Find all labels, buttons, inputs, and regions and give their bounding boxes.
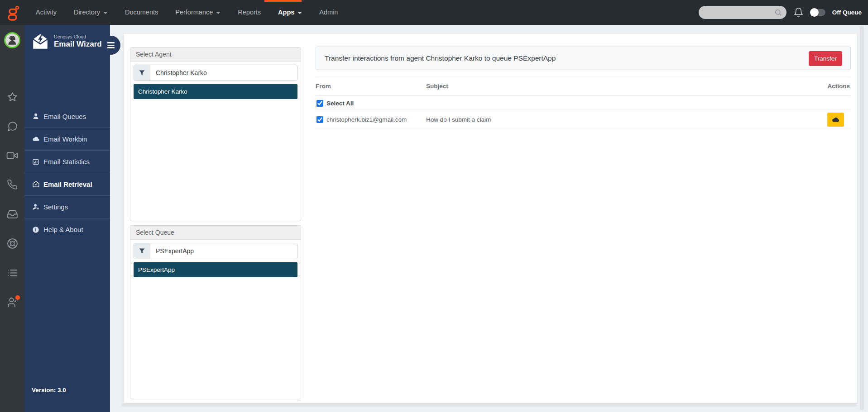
rail-video[interactable] <box>0 150 24 161</box>
row-checkbox[interactable] <box>317 116 323 123</box>
top-nav-menu: Activity Directory Documents Performance… <box>27 0 346 25</box>
notifications-bell-icon[interactable] <box>793 7 804 18</box>
rail-contacts[interactable] <box>0 297 24 310</box>
nav-performance-label: Performance <box>175 0 213 25</box>
sidebar-menu: Email Queues Email Workbin Email Statist… <box>24 105 110 241</box>
sidebar-item-email-retrieval[interactable]: Email Retrieval <box>24 173 110 195</box>
agent-filter-input[interactable] <box>150 65 297 81</box>
search-icon <box>774 9 782 16</box>
rail-inbox[interactable] <box>0 208 24 220</box>
queue-filter-input[interactable] <box>150 243 297 259</box>
active-tab-accent-bar <box>264 0 302 2</box>
nav-admin[interactable]: Admin <box>311 0 346 25</box>
table-header-row: From Subject Actions <box>316 77 851 95</box>
app-sidebar: Genesys Cloud Email Wizard Email Queues … <box>24 25 110 412</box>
vertical-scrollbar[interactable] <box>860 26 864 410</box>
topbar-right-cluster: Off Queue <box>699 0 862 25</box>
chevron-down-icon <box>103 12 108 14</box>
funnel-icon <box>134 65 150 81</box>
nav-activity-label: Activity <box>36 0 57 25</box>
agent-list-item-selected[interactable]: Christopher Karko <box>134 84 297 99</box>
inbox-icon <box>7 208 18 220</box>
select-all-checkbox[interactable] <box>317 100 323 107</box>
column-header-actions: Actions <box>796 83 851 90</box>
info-icon <box>32 226 40 233</box>
status-quote-badge: ” <box>14 32 17 38</box>
sidebar-item-label: Email Workbin <box>43 135 87 143</box>
sidebar-item-label: Email Queues <box>43 113 86 120</box>
nav-admin-label: Admin <box>319 0 338 25</box>
cloud-icon <box>831 115 840 124</box>
video-camera-icon <box>6 150 18 161</box>
rail-favorites[interactable] <box>0 91 24 103</box>
list-icon <box>7 267 18 279</box>
app-window: Activity Directory Documents Performance… <box>0 0 868 412</box>
nav-directory[interactable]: Directory <box>65 0 116 25</box>
rail-chat[interactable] <box>0 121 24 132</box>
retrieve-email-button[interactable] <box>827 113 844 127</box>
horizontal-scrollbar[interactable] <box>121 403 856 407</box>
nav-reports[interactable]: Reports <box>229 0 269 25</box>
app-brand: Genesys Cloud Email Wizard <box>31 32 102 51</box>
user-gear-icon <box>32 203 40 211</box>
left-icon-rail: ” <box>0 25 24 412</box>
sidebar-item-email-statistics[interactable]: Email Statistics <box>24 150 110 173</box>
select-agent-panel: Select Agent Christopher Karko <box>130 47 301 221</box>
funnel-icon <box>134 243 150 259</box>
rail-queue-list[interactable] <box>0 267 24 279</box>
email-subject: How do I submit a claim <box>426 116 796 123</box>
interactions-table: From Subject Actions Select All christop… <box>316 77 851 128</box>
agent-avatar[interactable]: ” <box>0 32 24 48</box>
select-all-row: Select All <box>316 95 851 111</box>
nav-apps[interactable]: Apps <box>269 0 311 25</box>
transfer-header-box: Transfer interactions from agent Christo… <box>316 47 851 70</box>
transfer-button[interactable]: Transfer <box>809 51 842 66</box>
chevron-down-icon <box>297 12 302 14</box>
user-icon <box>32 113 40 120</box>
notification-dot <box>15 295 20 300</box>
nav-apps-label: Apps <box>278 0 294 25</box>
email-wizard-logo-icon <box>31 32 50 51</box>
queue-status-toggle[interactable] <box>810 9 825 16</box>
sidebar-item-email-workbin[interactable]: Email Workbin <box>24 128 110 150</box>
column-header-subject: Subject <box>426 83 796 90</box>
app-version: Version: 3.0 <box>32 387 66 393</box>
bar-chart-icon <box>32 158 40 166</box>
sidebar-item-help-about[interactable]: Help & About <box>24 218 110 241</box>
sidebar-item-label: Email Statistics <box>43 158 90 166</box>
select-queue-title: Select Queue <box>130 226 301 240</box>
queue-status-label: Off Queue <box>832 9 862 16</box>
sidebar-item-label: Help & About <box>43 226 83 233</box>
brand-title: Email Wizard <box>54 40 102 49</box>
nav-activity[interactable]: Activity <box>27 0 65 25</box>
chevron-down-icon <box>216 12 221 14</box>
rail-interactions[interactable] <box>0 238 24 249</box>
sidebar-item-settings[interactable]: Settings <box>24 195 110 218</box>
global-search <box>699 6 786 19</box>
main-content-area: Select Agent Christopher Karko Select Qu… <box>110 25 868 412</box>
lifebuoy-icon <box>7 238 18 249</box>
sidebar-item-email-queues[interactable]: Email Queues <box>24 105 110 128</box>
phone-icon <box>7 179 18 190</box>
rail-phone[interactable] <box>0 179 24 190</box>
column-header-from: From <box>316 83 426 90</box>
nav-reports-label: Reports <box>238 0 261 25</box>
sidebar-collapse-button[interactable] <box>101 36 120 55</box>
email-interaction-row: christopherk.biz1@gmail.com How do I sub… <box>316 111 851 128</box>
cloud-tray-icon <box>32 135 40 143</box>
brand-subtitle: Genesys Cloud <box>54 34 102 39</box>
avatar-status-ring: ” <box>4 32 20 48</box>
select-agent-title: Select Agent <box>130 47 301 62</box>
genesys-logo-icon[interactable] <box>6 5 21 21</box>
top-navigation-bar: Activity Directory Documents Performance… <box>0 0 868 25</box>
envelope-check-icon <box>32 180 40 188</box>
hamburger-icon <box>107 42 115 43</box>
nav-performance[interactable]: Performance <box>167 0 229 25</box>
queue-list-item-selected[interactable]: PSExpertApp <box>134 262 297 277</box>
agent-filter <box>134 65 297 81</box>
toggle-knob <box>810 8 819 17</box>
email-retrieval-page: Select Agent Christopher Karko Select Qu… <box>124 34 857 403</box>
global-search-input[interactable] <box>705 9 774 16</box>
nav-documents[interactable]: Documents <box>116 0 167 25</box>
nav-documents-label: Documents <box>125 0 158 25</box>
